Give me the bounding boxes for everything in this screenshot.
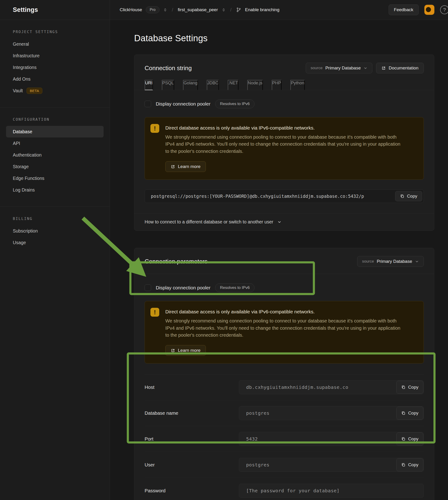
beta-badge: BETA: [27, 88, 42, 94]
connection-parameter-fields: Host db.cxhygiuitamxhniiddjm.supabase.co…: [144, 374, 424, 500]
page-title: Database Settings: [134, 33, 434, 43]
enable-branching-button[interactable]: Enable branching: [245, 7, 279, 12]
copy-uri-button[interactable]: Copy: [395, 191, 422, 201]
display-connection-pooler-checkbox[interactable]: [144, 101, 151, 107]
source-select[interactable]: source Primary Database: [357, 256, 424, 267]
external-link-icon: [171, 348, 175, 353]
sidebar-item-authentication[interactable]: Authentication: [6, 149, 104, 161]
sidebar-section-project-settings: PROJECT SETTINGS General Infrastructure …: [0, 30, 110, 97]
breadcrumb-separator: /: [230, 7, 232, 13]
copy-icon: [401, 411, 405, 415]
ipv6-warning-callout: ! Direct database access is only availab…: [144, 117, 424, 180]
password-input[interactable]: [The password for your database]: [239, 484, 424, 498]
connection-parameters-title: Connection parameters: [144, 258, 208, 265]
settings-sidebar: PROJECT SETTINGS General Infrastructure …: [0, 20, 110, 500]
copy-port-button[interactable]: Copy: [396, 433, 423, 446]
connection-string-tabs: URI PSQL Golang JDBC .NET Node.js PHP Py…: [134, 73, 434, 90]
connection-uri-field[interactable]: postgresql://postgres:[YOUR-PASSWORD]@db…: [144, 189, 424, 203]
pooler-label: Display connection pooler: [156, 285, 210, 291]
sidebar-item-integrations[interactable]: Integrations: [6, 62, 104, 73]
pooler-label: Display connection pooler: [156, 101, 210, 107]
copy-icon: [401, 385, 405, 389]
field-row-port: Port 5432 Copy: [144, 426, 424, 452]
breadcrumb: ClickHouse Pro / first_supabase_peer / E…: [120, 6, 279, 13]
tab-php[interactable]: PHP: [272, 80, 282, 90]
sidebar-item-edge-functions[interactable]: Edge Functions: [6, 172, 104, 184]
sidebar-item-vault[interactable]: Vault BETA: [6, 85, 104, 97]
copy-user-button[interactable]: Copy: [396, 458, 423, 471]
sidebar-item-add-ons[interactable]: Add Ons: [6, 73, 104, 85]
sidebar-item-subscription[interactable]: Subscription: [6, 225, 104, 237]
user-input[interactable]: postgres Copy: [239, 458, 424, 472]
alert-icon: !: [150, 308, 159, 317]
documentation-button[interactable]: Documentation: [376, 63, 424, 73]
copy-database-name-button[interactable]: Copy: [396, 407, 423, 420]
field-row-password: Password [The password for your database…: [144, 478, 424, 500]
org-switcher-icon[interactable]: [163, 8, 167, 12]
sidebar-item-api[interactable]: API: [6, 137, 104, 149]
account-avatar[interactable]: [424, 5, 434, 15]
copy-icon: [401, 437, 405, 441]
external-link-icon: [381, 66, 386, 70]
display-connection-pooler-checkbox[interactable]: [144, 284, 151, 291]
tab-dotnet[interactable]: .NET: [228, 80, 239, 90]
warning-title: Direct database access is only available…: [165, 125, 400, 131]
breadcrumb-separator: /: [172, 7, 173, 13]
source-select[interactable]: source Primary Database: [306, 63, 372, 73]
project-switcher-icon[interactable]: [222, 8, 226, 12]
section-label-configuration: CONFIGURATION: [13, 117, 110, 122]
field-row-database-name: Database name postgres Copy: [144, 400, 424, 426]
sidebar-section-configuration: CONFIGURATION Database API Authenticatio…: [0, 107, 110, 196]
field-row-user: User postgres Copy: [144, 452, 424, 478]
field-row-host: Host db.cxhygiuitamxhniiddjm.supabase.co…: [144, 374, 424, 400]
connection-parameters-card: Connection parameters source Primary Dat…: [134, 248, 434, 500]
plan-badge: Pro: [146, 6, 160, 13]
external-link-icon: [171, 165, 175, 169]
breadcrumb-org[interactable]: ClickHouse: [120, 7, 142, 12]
database-name-input[interactable]: postgres Copy: [239, 406, 424, 420]
tab-jdbc[interactable]: JDBC: [207, 80, 219, 90]
connect-help-toggle[interactable]: How to connect to a different database o…: [134, 213, 434, 231]
alert-icon: !: [150, 124, 159, 133]
copy-host-button[interactable]: Copy: [396, 381, 423, 394]
chevron-down-icon: [277, 220, 282, 224]
ipv6-badge: Resolves to IPv6: [215, 283, 255, 292]
host-input[interactable]: db.cxhygiuitamxhniiddjm.supabase.co Copy: [239, 380, 424, 394]
tab-uri[interactable]: URI: [144, 80, 153, 90]
sidebar-item-log-drains[interactable]: Log Drains: [6, 184, 104, 196]
tab-psql[interactable]: PSQL: [162, 80, 174, 90]
sidebar-item-usage[interactable]: Usage: [6, 237, 104, 248]
sidebar-item-infrastructure[interactable]: Infrastructure: [6, 50, 104, 62]
settings-header-title: Settings: [0, 0, 110, 20]
sidebar-item-general[interactable]: General: [6, 38, 104, 50]
port-input[interactable]: 5432 Copy: [239, 432, 424, 446]
copy-icon: [400, 194, 404, 198]
warning-body: We strongly recommend using connection p…: [165, 133, 400, 155]
warning-body: We strongly recommend using connection p…: [165, 317, 400, 338]
warning-title: Direct database access is only available…: [165, 309, 400, 315]
help-icon[interactable]: ?: [440, 5, 448, 14]
ipv6-warning-callout: ! Direct database access is only availab…: [144, 301, 424, 364]
sidebar-item-database[interactable]: Database: [6, 126, 104, 137]
sidebar-section-billing: BILLING Subscription Usage: [0, 206, 110, 248]
feedback-button[interactable]: Feedback: [389, 4, 419, 15]
tab-python[interactable]: Python: [290, 80, 305, 90]
chevron-down-icon: [415, 260, 419, 264]
top-bar: Settings ClickHouse Pro / first_supabase…: [0, 0, 448, 20]
breadcrumb-project[interactable]: first_supabase_peer: [178, 7, 218, 12]
learn-more-button[interactable]: Learn more: [165, 161, 206, 172]
sidebar-item-storage[interactable]: Storage: [6, 161, 104, 172]
learn-more-button[interactable]: Learn more: [165, 345, 206, 356]
branch-icon: [236, 7, 241, 12]
section-label-project-settings: PROJECT SETTINGS: [13, 30, 110, 34]
connection-string-title: Connection string: [144, 65, 192, 72]
tab-nodejs[interactable]: Node.js: [247, 80, 263, 90]
connection-uri-value: postgresql://postgres:[YOUR-PASSWORD]@db…: [151, 194, 364, 199]
ipv6-badge: Resolves to IPv6: [215, 100, 255, 108]
connection-string-card: Connection string source Primary Databas…: [134, 54, 434, 231]
tab-golang[interactable]: Golang: [183, 80, 198, 90]
chevron-down-icon: [364, 66, 368, 70]
main-content: Database Settings Connection string sour…: [110, 20, 448, 500]
copy-icon: [401, 463, 405, 467]
section-label-billing: BILLING: [13, 217, 110, 221]
